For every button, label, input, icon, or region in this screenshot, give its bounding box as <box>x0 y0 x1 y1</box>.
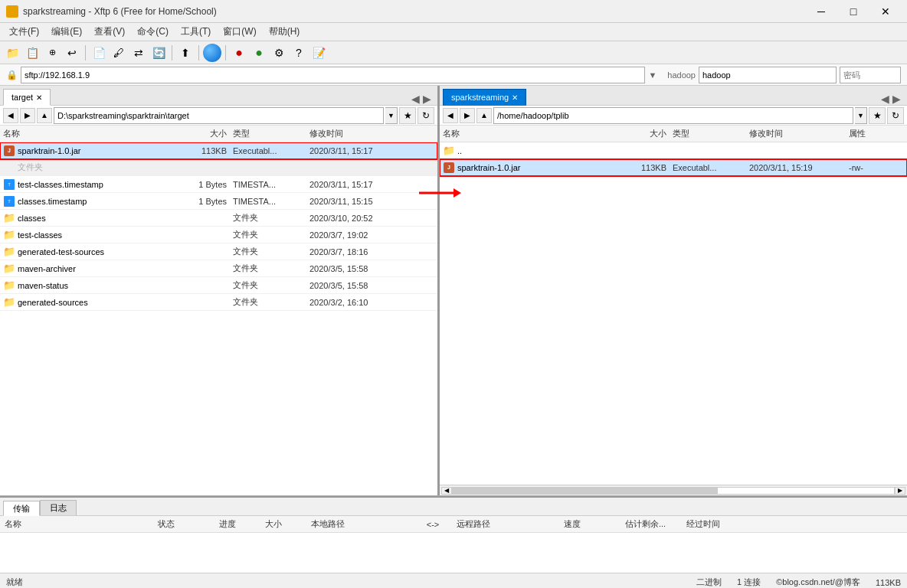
h-scroll-track[interactable] <box>452 487 895 495</box>
log-col-elapsed: 经过时间 <box>682 518 743 530</box>
h-scroll-right[interactable]: ▶ <box>895 487 905 495</box>
right-forward-btn[interactable]: ▶ <box>460 108 475 123</box>
left-file-row-maven-arch[interactable]: 📁 maven-archiver 文件夹 2020/3/5, 15:58 <box>0 260 437 277</box>
left-file-size-jar: 113KB <box>169 146 230 155</box>
menu-tools[interactable]: 工具(T) <box>175 24 217 40</box>
left-bookmark-btn[interactable]: ★ <box>399 107 416 124</box>
status-right: 二进制 1 连接 ©blog.csdn.net/@博客 113KB <box>696 577 901 588</box>
left-file-modified-maven-status: 2020/3/5, 15:58 <box>306 281 406 290</box>
left-refresh-btn[interactable]: ↻ <box>417 107 434 124</box>
hadoop-input[interactable] <box>699 67 837 83</box>
toolbar-green[interactable]: ● <box>250 44 268 62</box>
toolbar-btn-5[interactable]: 📄 <box>90 44 108 62</box>
toolbar-btn-9[interactable]: ⬆ <box>176 44 195 62</box>
toolbar-btn-7[interactable]: ⇄ <box>129 44 148 62</box>
left-file-modified-gen-sources: 2020/3/2, 16:10 <box>306 298 406 307</box>
window-controls: ─ □ ✕ <box>806 1 901 22</box>
toolbar-new-folder[interactable]: 📁 <box>3 44 21 62</box>
toolbar-btn-8[interactable]: 🔄 <box>149 44 168 62</box>
left-forward-btn[interactable]: ▶ <box>20 108 35 123</box>
toolbar-sep-1 <box>85 45 86 60</box>
right-col-size[interactable]: 大小 <box>608 128 670 139</box>
address-input[interactable] <box>21 67 645 83</box>
left-file-row-gen-test[interactable]: 📁 generated-test-sources 文件夹 2020/3/7, 1… <box>0 243 437 260</box>
status-binary: 二进制 <box>696 577 722 588</box>
right-col-type[interactable]: 类型 <box>670 128 746 139</box>
toolbar-btn-3[interactable]: ⊕ <box>43 44 61 62</box>
right-tab-sparkstreaming[interactable]: sparkstreaming ✕ <box>443 89 526 106</box>
toolbar-red-stop[interactable]: ● <box>230 44 248 62</box>
toolbar-copy[interactable]: 📋 <box>23 44 41 62</box>
left-file-list-header: 名称 大小 类型 修改时间 <box>0 126 437 142</box>
toolbar-btn-6[interactable]: 🖋 <box>110 44 128 62</box>
left-up-btn[interactable]: ▲ <box>37 108 52 123</box>
right-col-attr[interactable]: 属性 <box>846 128 907 139</box>
hadoop-label: hadoop <box>667 70 696 80</box>
right-path-actions: ★ ↻ <box>869 107 904 124</box>
right-up-btn[interactable]: ▲ <box>476 108 492 123</box>
address-dropdown-btn[interactable]: ▼ <box>648 70 657 80</box>
menu-view[interactable]: 查看(V) <box>88 24 131 40</box>
left-path-dropdown[interactable]: ▼ <box>385 107 398 124</box>
log-tab-log[interactable]: 日志 <box>40 500 77 515</box>
menu-file[interactable]: 文件(F) <box>3 24 45 40</box>
right-tab-nav[interactable]: ◀ ▶ <box>878 93 904 105</box>
right-tab-close[interactable]: ✕ <box>512 93 518 102</box>
maximize-button[interactable]: □ <box>838 1 869 22</box>
globe-icon <box>203 44 221 62</box>
minimize-button[interactable]: ─ <box>806 1 837 22</box>
right-refresh-btn[interactable]: ↻ <box>887 107 904 124</box>
log-col-status: 状态 <box>153 518 214 530</box>
menu-edit[interactable]: 编辑(E) <box>45 24 88 40</box>
right-back-btn[interactable]: ◀ <box>443 108 458 123</box>
left-back-btn[interactable]: ◀ <box>3 108 18 123</box>
left-file-name-gen-sources: 📁 generated-sources <box>0 296 169 309</box>
right-horizontal-scroll[interactable]: ◀ ▶ <box>440 485 907 495</box>
left-file-name-gen-test: 📁 generated-test-sources <box>0 246 169 258</box>
left-file-row-ts1[interactable]: T test-classes.timestamp 1 Bytes TIMESTA… <box>0 176 437 193</box>
close-button[interactable]: ✕ <box>870 1 901 22</box>
menu-window[interactable]: 窗口(W) <box>217 24 262 40</box>
right-path-input[interactable] <box>493 107 853 124</box>
right-bookmark-btn[interactable]: ★ <box>869 107 886 124</box>
left-file-modified-ts1: 2020/3/11, 15:17 <box>306 180 406 189</box>
left-file-row-gen-sources[interactable]: 📁 generated-sources 文件夹 2020/3/2, 16:10 <box>0 294 437 311</box>
right-file-row-parent[interactable]: 📁 .. <box>440 142 907 159</box>
left-file-name-maven-arch: 📁 maven-archiver <box>0 263 169 275</box>
left-file-type-maven-arch: 文件夹 <box>230 263 306 274</box>
h-scroll-thumb[interactable] <box>453 488 718 494</box>
left-path-input[interactable] <box>54 107 384 124</box>
left-col-size[interactable]: 大小 <box>169 128 230 139</box>
left-file-row-classes[interactable]: 📁 classes 文件夹 2020/3/10, 20:52 <box>0 210 437 227</box>
menu-command[interactable]: 命令(C) <box>131 24 175 40</box>
right-col-name[interactable]: 名称 <box>440 128 608 139</box>
right-file-row-jar[interactable]: J sparktrain-1.0.jar 113KB Executabl... … <box>440 159 907 176</box>
password-input[interactable] <box>840 67 901 83</box>
toolbar-btn-4[interactable]: ↩ <box>63 44 81 62</box>
left-file-row-test-classes[interactable]: 📁 test-classes 文件夹 2020/3/7, 19:02 <box>0 227 437 243</box>
left-file-row-maven-status[interactable]: 📁 maven-status 文件夹 2020/3/5, 15:58 <box>0 277 437 294</box>
left-tab-target[interactable]: target ✕ <box>3 89 51 106</box>
left-tab-bar: target ✕ ◀ ▶ <box>0 86 437 106</box>
left-tab-close[interactable]: ✕ <box>36 93 42 102</box>
left-col-name[interactable]: 名称 <box>0 128 169 139</box>
left-file-type-maven-status: 文件夹 <box>230 279 306 291</box>
right-file-name-jar: J sparktrain-1.0.jar <box>440 162 608 174</box>
toolbar-help[interactable]: ? <box>290 44 308 62</box>
log-tab-transfer[interactable]: 传输 <box>3 501 40 516</box>
toolbar-gear[interactable]: ⚙ <box>270 44 288 62</box>
left-file-row-ts2[interactable]: T classes.timestamp 1 Bytes TIMESTA... 2… <box>0 193 437 210</box>
left-file-row-jar[interactable]: J sparktrain-1.0.jar 113KB Executabl... … <box>0 142 437 159</box>
left-tab-nav[interactable]: ◀ ▶ <box>408 93 434 105</box>
right-file-type-jar: Executabl... <box>670 163 746 172</box>
left-col-modified[interactable]: 修改时间 <box>306 128 406 139</box>
left-col-type[interactable]: 类型 <box>230 128 306 139</box>
menu-help[interactable]: 帮助(H) <box>263 24 306 40</box>
right-col-modified[interactable]: 修改时间 <box>746 128 846 139</box>
right-path-dropdown[interactable]: ▼ <box>855 107 867 124</box>
left-file-list: 名称 大小 类型 修改时间 J sparktrain-1.0.jar 113KB <box>0 126 437 495</box>
right-tab-label: sparkstreaming <box>451 93 509 102</box>
h-scroll-left[interactable]: ◀ <box>441 487 452 495</box>
toolbar-note[interactable]: 📝 <box>309 44 328 62</box>
status-bar: 就绪 二进制 1 连接 ©blog.csdn.net/@博客 113KB <box>0 573 907 588</box>
